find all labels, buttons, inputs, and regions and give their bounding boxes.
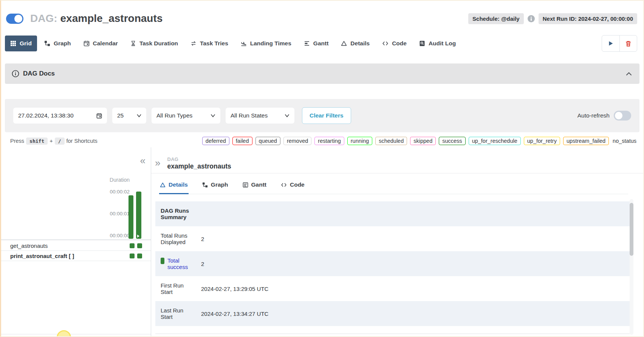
row-value: 2024-02-27, 13:34:27 UTC (196, 311, 268, 317)
code-icon (281, 182, 287, 188)
page-size-value: 25 (117, 112, 124, 119)
dag-pause-toggle[interactable] (6, 14, 23, 24)
nav-tab-task-duration[interactable]: Task Duration (125, 36, 183, 51)
info-circle-icon (12, 70, 19, 77)
audit-log-icon (419, 40, 425, 46)
task-instance-square[interactable] (137, 254, 142, 258)
details-header: » DAG example_astronauts (155, 156, 643, 170)
tab-graph[interactable]: Graph (201, 178, 229, 194)
calendar-picker-icon[interactable] (96, 113, 102, 119)
nav-tab-label: Grid (20, 40, 32, 47)
dag-docs-bar[interactable]: DAG Docs (5, 63, 639, 84)
tab-details[interactable]: Details (159, 178, 189, 194)
scrollbar-thumb[interactable] (630, 203, 633, 256)
trash-icon (625, 40, 632, 47)
details-scrollbar (630, 199, 633, 335)
duration-axis-label: Duration (110, 177, 130, 183)
nav-tab-code[interactable]: Code (377, 36, 412, 51)
yellow-dot (57, 330, 71, 337)
page-header: DAG:example_astronauts Schedule: @daily … (1, 1, 643, 32)
dag-run-bar[interactable] (128, 195, 133, 239)
nav-tab-label: Code (392, 40, 407, 47)
delete-dag-button[interactable] (619, 36, 637, 51)
row-label: Total Runs Displayed (161, 232, 196, 246)
run-types-value: All Run Types (156, 112, 192, 119)
graph-icon (44, 40, 50, 46)
legend-scheduled: scheduled (375, 137, 407, 145)
dag-run-bar-latest[interactable] (136, 192, 141, 239)
next-run-badge: Next Run ID: 2024-02-27, 00:00:00 (539, 13, 637, 24)
dag-name: example_astronauts (60, 12, 163, 24)
run-types-select[interactable]: All Run Types (152, 108, 220, 124)
main-content: « Duration 00:00:02 00:00:01 00:00:00 ge… (1, 147, 643, 336)
nav-tab-label: Details (350, 40, 370, 47)
success-state-icon (161, 258, 164, 264)
row-label: First Run Start (161, 282, 196, 295)
collapse-panel-icon[interactable]: « (140, 156, 146, 165)
row-label: Total success (161, 257, 196, 271)
plane-landing-icon (241, 40, 247, 46)
task-instance-square[interactable] (137, 243, 142, 248)
task-name: get_astronauts (10, 243, 48, 249)
row-value: 2 (196, 261, 204, 267)
y-axis-tick: 00:00:00 (103, 233, 130, 238)
slash-key: / (55, 138, 65, 145)
grid-panel: « Duration 00:00:02 00:00:01 00:00:00 ge… (1, 147, 151, 336)
nav-tab-label: Task Tries (200, 40, 228, 47)
total-success-link[interactable]: Total success (167, 257, 196, 271)
tab-label: Graph (211, 181, 228, 188)
dag-docs-title: DAG Docs (23, 70, 55, 77)
task-instance-square[interactable] (130, 254, 135, 258)
details-tabs: Details Graph Gantt Code (159, 178, 628, 194)
page-size-select[interactable]: 25 (112, 108, 146, 124)
auto-refresh-toggle[interactable] (614, 111, 631, 121)
nav-tab-gantt[interactable]: Gantt (299, 36, 334, 51)
date-value: 27.02.2024, 13:38:30 (18, 112, 74, 119)
legend-removed: removed (283, 137, 311, 145)
nav-tab-audit-log[interactable]: Audit Log (414, 36, 461, 51)
shortcut-hint: Press shift + / for Shortcuts (10, 138, 98, 145)
nav-tab-graph[interactable]: Graph (39, 36, 76, 51)
nav-tab-details[interactable]: Details (336, 36, 375, 51)
tab-code[interactable]: Code (280, 178, 305, 194)
grid-icon (10, 40, 16, 46)
dag-view-nav: Grid Graph Calendar Task Duration Task T… (1, 32, 643, 54)
auto-refresh-label: Auto-refresh (577, 112, 610, 119)
legend-skipped: skipped (410, 137, 436, 145)
breadcrumb: DAG (167, 156, 231, 162)
play-icon (608, 40, 614, 46)
nav-tab-label: Gantt (313, 40, 328, 47)
axis-baseline (1, 240, 151, 240)
chevron-down-icon (211, 114, 215, 117)
grid-bottom-divider (1, 334, 151, 334)
task-row-get-astronauts[interactable]: get_astronauts (1, 241, 151, 251)
expand-panel-icon[interactable]: » (155, 158, 160, 168)
tab-gantt[interactable]: Gantt (242, 178, 267, 194)
table-row: DAG Runs Summary (155, 201, 630, 226)
nav-tab-task-tries[interactable]: Task Tries (185, 36, 234, 51)
page-title: DAG:example_astronauts (30, 12, 163, 25)
chevron-up-icon[interactable] (626, 72, 632, 76)
dag-prefix-label: DAG: (30, 12, 57, 24)
clear-filters-button[interactable]: Clear Filters (302, 107, 351, 124)
run-states-select[interactable]: All Run States (226, 108, 294, 124)
tab-label: Details (169, 181, 188, 188)
nav-tab-calendar[interactable]: Calendar (78, 36, 123, 51)
trigger-dag-button[interactable] (602, 36, 619, 51)
table-row: First Run Start 2024-02-27, 13:29:05 UTC (155, 276, 630, 301)
legend-no-status: no_status (612, 137, 637, 145)
shortcut-plus: + (50, 138, 53, 144)
table-row: Total Runs Displayed 2 (155, 226, 630, 251)
nav-tab-landing-times[interactable]: Landing Times (235, 36, 297, 51)
nav-tab-grid[interactable]: Grid (5, 36, 37, 51)
schedule-badge: Schedule: @daily (468, 13, 524, 24)
schedule-info-icon[interactable] (528, 15, 535, 22)
legend-upstream-failed: upstream_failed (563, 137, 609, 145)
date-filter-input[interactable]: 27.02.2024, 13:38:30 (13, 108, 107, 124)
nav-tab-label: Landing Times (250, 40, 291, 47)
task-instance-square[interactable] (130, 243, 135, 248)
gantt-icon (304, 40, 310, 46)
dag-runs-summary-table: DAG Runs Summary Total Runs Displayed 2 … (155, 201, 630, 326)
task-row-print-astronaut-craft[interactable]: print_astronaut_craft [ ] (1, 251, 151, 261)
gantt-icon (243, 182, 248, 188)
